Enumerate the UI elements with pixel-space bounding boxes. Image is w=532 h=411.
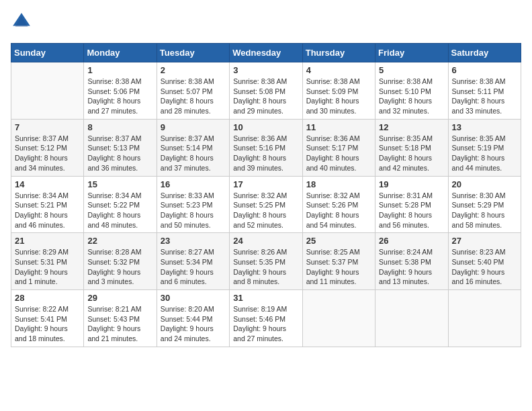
day-number: 9 bbox=[161, 122, 226, 132]
calendar-header-sunday: Sunday bbox=[11, 44, 84, 62]
logo[interactable] bbox=[11, 11, 35, 32]
day-number: 22 bbox=[87, 236, 152, 246]
day-number: 23 bbox=[161, 236, 226, 246]
calendar-header-friday: Friday bbox=[375, 44, 448, 62]
day-info: Sunrise: 8:29 AM Sunset: 5:31 PM Dayligh… bbox=[15, 247, 80, 287]
calendar-header-row: SundayMondayTuesdayWednesdayThursdayFrid… bbox=[11, 44, 521, 62]
calendar-cell: 5Sunrise: 8:38 AM Sunset: 5:10 PM Daylig… bbox=[375, 62, 448, 120]
day-number: 19 bbox=[379, 179, 444, 189]
calendar-cell: 2Sunrise: 8:38 AM Sunset: 5:07 PM Daylig… bbox=[157, 62, 229, 120]
day-info: Sunrise: 8:38 AM Sunset: 5:11 PM Dayligh… bbox=[452, 77, 517, 116]
day-number: 14 bbox=[15, 179, 80, 189]
day-info: Sunrise: 8:37 AM Sunset: 5:14 PM Dayligh… bbox=[161, 134, 226, 173]
calendar-header-saturday: Saturday bbox=[448, 44, 521, 62]
day-number: 2 bbox=[161, 65, 226, 75]
calendar-cell bbox=[302, 290, 375, 347]
day-number: 27 bbox=[452, 236, 517, 246]
day-info: Sunrise: 8:38 AM Sunset: 5:06 PM Dayligh… bbox=[87, 77, 152, 116]
calendar-cell: 16Sunrise: 8:33 AM Sunset: 5:23 PM Dayli… bbox=[157, 176, 229, 233]
calendar-cell: 27Sunrise: 8:23 AM Sunset: 5:40 PM Dayli… bbox=[448, 233, 521, 290]
day-info: Sunrise: 8:35 AM Sunset: 5:18 PM Dayligh… bbox=[379, 134, 444, 173]
day-info: Sunrise: 8:21 AM Sunset: 5:43 PM Dayligh… bbox=[87, 304, 152, 344]
calendar-cell: 19Sunrise: 8:31 AM Sunset: 5:28 PM Dayli… bbox=[375, 176, 448, 233]
calendar-cell: 17Sunrise: 8:32 AM Sunset: 5:25 PM Dayli… bbox=[230, 176, 302, 233]
day-number: 21 bbox=[15, 236, 80, 246]
day-number: 16 bbox=[161, 179, 226, 189]
calendar-cell: 31Sunrise: 8:19 AM Sunset: 5:46 PM Dayli… bbox=[230, 290, 302, 347]
day-number: 17 bbox=[233, 179, 298, 189]
day-info: Sunrise: 8:23 AM Sunset: 5:40 PM Dayligh… bbox=[452, 247, 517, 287]
day-number: 28 bbox=[15, 293, 80, 303]
calendar-cell: 10Sunrise: 8:36 AM Sunset: 5:16 PM Dayli… bbox=[230, 119, 302, 176]
day-info: Sunrise: 8:38 AM Sunset: 5:09 PM Dayligh… bbox=[306, 77, 371, 116]
calendar-cell: 24Sunrise: 8:26 AM Sunset: 5:35 PM Dayli… bbox=[230, 233, 302, 290]
day-number: 29 bbox=[87, 293, 152, 303]
day-info: Sunrise: 8:36 AM Sunset: 5:17 PM Dayligh… bbox=[306, 134, 371, 173]
day-number: 26 bbox=[379, 236, 444, 246]
day-number: 4 bbox=[306, 65, 371, 75]
calendar-header-wednesday: Wednesday bbox=[230, 44, 302, 62]
page-header bbox=[11, 11, 521, 32]
calendar-cell: 13Sunrise: 8:35 AM Sunset: 5:19 PM Dayli… bbox=[448, 119, 521, 176]
day-number: 12 bbox=[379, 122, 444, 132]
day-number: 15 bbox=[87, 179, 152, 189]
day-number: 30 bbox=[161, 293, 226, 303]
day-info: Sunrise: 8:28 AM Sunset: 5:32 PM Dayligh… bbox=[87, 247, 152, 287]
day-number: 10 bbox=[233, 122, 298, 132]
day-info: Sunrise: 8:37 AM Sunset: 5:12 PM Dayligh… bbox=[15, 134, 80, 173]
day-info: Sunrise: 8:19 AM Sunset: 5:46 PM Dayligh… bbox=[233, 304, 298, 344]
day-number: 8 bbox=[87, 122, 152, 132]
calendar-header-tuesday: Tuesday bbox=[157, 44, 229, 62]
day-number: 20 bbox=[452, 179, 517, 189]
day-info: Sunrise: 8:20 AM Sunset: 5:44 PM Dayligh… bbox=[161, 304, 226, 344]
calendar-week-row: 7Sunrise: 8:37 AM Sunset: 5:12 PM Daylig… bbox=[11, 119, 521, 176]
calendar-cell: 30Sunrise: 8:20 AM Sunset: 5:44 PM Dayli… bbox=[157, 290, 229, 347]
calendar-cell: 1Sunrise: 8:38 AM Sunset: 5:06 PM Daylig… bbox=[84, 62, 157, 120]
calendar-header-thursday: Thursday bbox=[302, 44, 375, 62]
calendar-cell: 23Sunrise: 8:27 AM Sunset: 5:34 PM Dayli… bbox=[157, 233, 229, 290]
day-info: Sunrise: 8:34 AM Sunset: 5:21 PM Dayligh… bbox=[15, 191, 80, 230]
day-number: 6 bbox=[452, 65, 517, 75]
logo-icon bbox=[11, 11, 32, 32]
day-info: Sunrise: 8:22 AM Sunset: 5:41 PM Dayligh… bbox=[15, 304, 80, 344]
calendar-cell: 20Sunrise: 8:30 AM Sunset: 5:29 PM Dayli… bbox=[448, 176, 521, 233]
day-info: Sunrise: 8:24 AM Sunset: 5:38 PM Dayligh… bbox=[379, 247, 444, 287]
calendar-cell: 7Sunrise: 8:37 AM Sunset: 5:12 PM Daylig… bbox=[11, 119, 84, 176]
day-info: Sunrise: 8:33 AM Sunset: 5:23 PM Dayligh… bbox=[161, 191, 226, 230]
day-info: Sunrise: 8:37 AM Sunset: 5:13 PM Dayligh… bbox=[87, 134, 152, 173]
calendar-header-monday: Monday bbox=[84, 44, 157, 62]
calendar-week-row: 14Sunrise: 8:34 AM Sunset: 5:21 PM Dayli… bbox=[11, 176, 521, 233]
calendar-week-row: 1Sunrise: 8:38 AM Sunset: 5:06 PM Daylig… bbox=[11, 62, 521, 120]
calendar-cell: 18Sunrise: 8:32 AM Sunset: 5:26 PM Dayli… bbox=[302, 176, 375, 233]
calendar-cell: 3Sunrise: 8:38 AM Sunset: 5:08 PM Daylig… bbox=[230, 62, 302, 120]
calendar-cell: 8Sunrise: 8:37 AM Sunset: 5:13 PM Daylig… bbox=[84, 119, 157, 176]
day-info: Sunrise: 8:26 AM Sunset: 5:35 PM Dayligh… bbox=[233, 247, 298, 287]
calendar-cell: 11Sunrise: 8:36 AM Sunset: 5:17 PM Dayli… bbox=[302, 119, 375, 176]
day-number: 24 bbox=[233, 236, 298, 246]
calendar-week-row: 21Sunrise: 8:29 AM Sunset: 5:31 PM Dayli… bbox=[11, 233, 521, 290]
calendar-cell: 28Sunrise: 8:22 AM Sunset: 5:41 PM Dayli… bbox=[11, 290, 84, 347]
day-info: Sunrise: 8:30 AM Sunset: 5:29 PM Dayligh… bbox=[452, 191, 517, 230]
calendar-cell: 15Sunrise: 8:34 AM Sunset: 5:22 PM Dayli… bbox=[84, 176, 157, 233]
day-info: Sunrise: 8:38 AM Sunset: 5:10 PM Dayligh… bbox=[379, 77, 444, 116]
day-number: 18 bbox=[306, 179, 371, 189]
day-number: 5 bbox=[379, 65, 444, 75]
calendar-week-row: 28Sunrise: 8:22 AM Sunset: 5:41 PM Dayli… bbox=[11, 290, 521, 347]
day-info: Sunrise: 8:38 AM Sunset: 5:08 PM Dayligh… bbox=[233, 77, 298, 116]
calendar-cell: 29Sunrise: 8:21 AM Sunset: 5:43 PM Dayli… bbox=[84, 290, 157, 347]
day-info: Sunrise: 8:34 AM Sunset: 5:22 PM Dayligh… bbox=[87, 191, 152, 230]
calendar-cell: 14Sunrise: 8:34 AM Sunset: 5:21 PM Dayli… bbox=[11, 176, 84, 233]
calendar-cell: 26Sunrise: 8:24 AM Sunset: 5:38 PM Dayli… bbox=[375, 233, 448, 290]
calendar-cell: 6Sunrise: 8:38 AM Sunset: 5:11 PM Daylig… bbox=[448, 62, 521, 120]
day-info: Sunrise: 8:32 AM Sunset: 5:25 PM Dayligh… bbox=[233, 191, 298, 230]
day-info: Sunrise: 8:32 AM Sunset: 5:26 PM Dayligh… bbox=[306, 191, 371, 230]
calendar-cell: 25Sunrise: 8:25 AM Sunset: 5:37 PM Dayli… bbox=[302, 233, 375, 290]
day-number: 3 bbox=[233, 65, 298, 75]
day-info: Sunrise: 8:36 AM Sunset: 5:16 PM Dayligh… bbox=[233, 134, 298, 173]
calendar-cell: 22Sunrise: 8:28 AM Sunset: 5:32 PM Dayli… bbox=[84, 233, 157, 290]
calendar-cell bbox=[448, 290, 521, 347]
calendar-cell: 12Sunrise: 8:35 AM Sunset: 5:18 PM Dayli… bbox=[375, 119, 448, 176]
calendar-cell bbox=[11, 62, 84, 120]
day-info: Sunrise: 8:31 AM Sunset: 5:28 PM Dayligh… bbox=[379, 191, 444, 230]
day-info: Sunrise: 8:27 AM Sunset: 5:34 PM Dayligh… bbox=[161, 247, 226, 287]
